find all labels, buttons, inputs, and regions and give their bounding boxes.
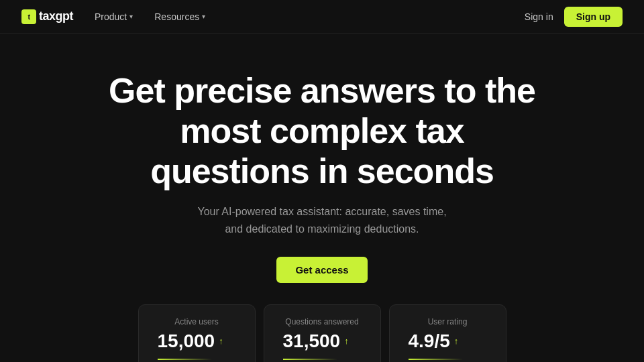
stat-underline-1 xyxy=(283,359,338,360)
product-label: Product xyxy=(95,11,127,22)
stat-value-2: 4.9/5 ↑ xyxy=(409,330,487,352)
product-chevron-icon: ▾ xyxy=(129,13,133,20)
stat-underline-0 xyxy=(158,359,213,360)
stat-card-rating: User rating 4.9/5 ↑ xyxy=(389,304,506,362)
stat-value-0: 15,000 ↑ xyxy=(158,330,236,352)
resources-chevron-icon: ▾ xyxy=(202,13,205,20)
sign-in-link[interactable]: Sign in xyxy=(525,11,553,22)
hero-heading: Get precise answers to the most complex … xyxy=(87,71,557,191)
stat-label-0: Active users xyxy=(158,317,236,326)
hero-subtext: Your AI-powered tax assistant: accurate,… xyxy=(195,203,449,237)
resources-nav-link[interactable]: Resources ▾ xyxy=(154,11,205,22)
stat-arrow-2: ↑ xyxy=(454,336,459,346)
sign-up-button[interactable]: Sign up xyxy=(564,7,623,27)
stat-underline-2 xyxy=(409,359,464,360)
stat-arrow-0: ↑ xyxy=(219,336,223,346)
stat-arrow-1: ↑ xyxy=(344,336,349,346)
stats-section: Active users 15,000 ↑ Questions answered… xyxy=(101,304,543,362)
nav-right: Sign in Sign up xyxy=(525,7,623,27)
hero-heading-line2: most complex tax xyxy=(180,111,464,150)
product-nav-link[interactable]: Product ▾ xyxy=(95,11,133,22)
stat-card-questions: Questions answered 31,500 ↑ xyxy=(264,304,381,362)
stat-card-active-users: Active users 15,000 ↑ xyxy=(138,304,256,362)
nav-left: t taxgpt Product ▾ Resources ▾ xyxy=(21,9,205,24)
logo[interactable]: t taxgpt xyxy=(21,9,73,24)
stat-value-1: 31,500 ↑ xyxy=(283,330,362,352)
hero-section: Get precise answers to the most complex … xyxy=(0,34,644,362)
stat-label-1: Questions answered xyxy=(283,317,362,326)
stat-label-2: User rating xyxy=(409,317,487,326)
logo-text: taxgpt xyxy=(39,9,73,23)
hero-heading-line1: Get precise answers to the xyxy=(109,71,535,110)
hero-heading-line3: questions in seconds xyxy=(150,152,494,190)
navbar: t taxgpt Product ▾ Resources ▾ Sign in S… xyxy=(0,0,644,34)
resources-label: Resources xyxy=(154,11,199,22)
get-access-button[interactable]: Get access xyxy=(276,257,367,283)
logo-icon: t xyxy=(21,9,36,24)
